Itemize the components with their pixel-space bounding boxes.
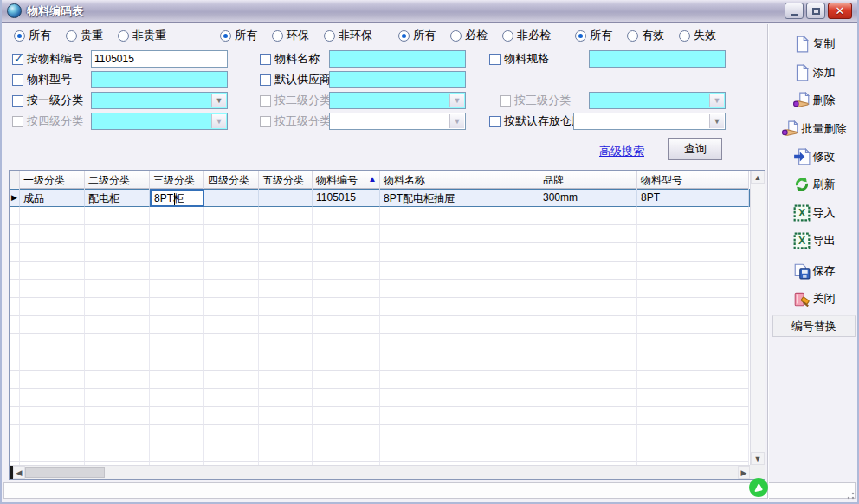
grid-header-marker (10, 171, 20, 189)
material-grid: 一级分类二级分类三级分类四级分类五级分类物料编号▲物料名称品牌物料型号 ▶成品配… (9, 170, 765, 480)
checkbox-material-spec[interactable] (489, 54, 501, 65)
sidebar-button-label: 刷新 (813, 177, 836, 192)
checkbox-default-warehouse[interactable] (489, 116, 501, 127)
radio-label: 环保 (287, 28, 309, 43)
horizontal-scroll-thumb[interactable] (25, 467, 105, 478)
text-caret (174, 193, 175, 205)
empty-cell (637, 407, 749, 425)
sidebar-button-close[interactable]: 关闭 (769, 288, 859, 309)
checkbox-class-level4[interactable] (12, 116, 23, 127)
combo-dropdown-arrow-class-level1[interactable]: ▼ (211, 94, 226, 107)
sidebar-button-copy[interactable]: 复制 (769, 34, 859, 55)
combo-dropdown-arrow-class-level2[interactable]: ▼ (449, 94, 464, 107)
scroll-left-button[interactable]: ◀ (13, 466, 25, 479)
vertical-scrollbar[interactable]: ▲ ▼ (750, 171, 765, 465)
table-row[interactable]: ▶成品配电柜11050158PT配电柜抽屉300mm8PT (10, 189, 750, 207)
grid-header-五级分类[interactable]: 五级分类 (259, 171, 313, 189)
radio-label: 非贵重 (132, 28, 166, 43)
radio-option-environment-1[interactable]: 环保 (272, 28, 309, 43)
empty-cell (539, 407, 637, 425)
empty-cell (539, 352, 637, 371)
grid-header-物料编号[interactable]: 物料编号▲ (313, 171, 380, 189)
radio-option-precious-0[interactable]: 所有 (14, 28, 51, 43)
sidebar-button-save[interactable]: 保存 (769, 261, 859, 281)
empty-cell (539, 316, 637, 334)
checkbox-class-level2[interactable] (260, 95, 271, 107)
checkbox-class-level1[interactable] (12, 95, 23, 107)
checkbox-class-level3[interactable] (500, 95, 511, 107)
empty-cell (539, 298, 637, 316)
grid-header-二级分类[interactable]: 二级分类 (85, 171, 150, 189)
radio-option-precious-1[interactable]: 贵重 (66, 28, 103, 43)
filter-input-class-level3[interactable]: ▼ (589, 92, 726, 109)
sidebar-button-import[interactable]: X导入 (769, 203, 859, 223)
cell-editor[interactable]: 8PT柜 (150, 189, 204, 207)
filter-input-default-supplier[interactable] (329, 71, 466, 88)
filter-label-class-level5: 按五级分类 (260, 113, 331, 130)
sidebar-button-batch-delete[interactable]: 批量删除 (769, 119, 859, 139)
filter-input-default-warehouse[interactable]: ▼ (573, 113, 726, 130)
radio-option-environment-0[interactable]: 所有 (220, 28, 257, 43)
filter-input-material-spec[interactable] (589, 50, 726, 68)
empty-cell (313, 371, 380, 389)
radio-option-inspection-0[interactable]: 所有 (398, 28, 436, 43)
maximize-button[interactable] (806, 3, 825, 19)
radio-option-validity-2[interactable]: 失效 (679, 28, 716, 43)
combo-dropdown-arrow-default-warehouse[interactable]: ▼ (709, 114, 724, 128)
radio-option-validity-0[interactable]: 所有 (575, 28, 612, 43)
filter-input-class-level5[interactable]: ▼ (329, 113, 466, 130)
empty-cell (637, 443, 749, 462)
grid-header-物料名称[interactable]: 物料名称 (380, 171, 539, 189)
radio-label: 失效 (694, 28, 716, 43)
combo-dropdown-arrow-class-level4[interactable]: ▼ (211, 114, 226, 128)
advanced-search-link[interactable]: 高级搜索 (599, 144, 644, 159)
sidebar-button-delete[interactable]: 删除 (769, 90, 859, 111)
filter-input-material-name[interactable] (329, 50, 466, 68)
filter-input-class-level4[interactable]: ▼ (91, 113, 228, 130)
filter-input-material-code[interactable]: 1105015 (91, 50, 228, 68)
filter-input-material-model[interactable] (91, 71, 228, 88)
checkbox-material-code[interactable] (12, 54, 23, 65)
empty-cell (313, 352, 380, 371)
scroll-down-button[interactable]: ▼ (751, 452, 765, 465)
grid-header-一级分类[interactable]: 一级分类 (20, 171, 85, 189)
sidebar-button-refresh[interactable]: 刷新 (769, 174, 859, 195)
filter-input-class-level1[interactable]: ▼ (91, 92, 228, 109)
grid-header-物料型号[interactable]: 物料型号 (637, 171, 749, 189)
query-button[interactable]: 查询 (668, 138, 722, 160)
grid-header-品牌[interactable]: 品牌 (539, 171, 637, 189)
filter-label-material-name: 物料名称 (260, 50, 320, 68)
radio-option-inspection-2[interactable]: 非必检 (502, 28, 551, 43)
empty-cell (259, 407, 313, 425)
scroll-up-button[interactable]: ▲ (751, 171, 765, 184)
radio-option-precious-2[interactable]: 非贵重 (118, 28, 166, 43)
combo-dropdown-arrow-class-level5[interactable]: ▼ (449, 114, 464, 128)
grid-header-四级分类[interactable]: 四级分类 (204, 171, 259, 189)
empty-table-row (10, 352, 750, 371)
replace-code-button[interactable]: 编号替换 (772, 315, 856, 337)
radio-option-environment-2[interactable]: 非环保 (324, 28, 372, 43)
sidebar-button-export[interactable]: X导出 (769, 230, 859, 251)
empty-cell (259, 334, 313, 352)
filter-input-class-level2[interactable]: ▼ (329, 92, 466, 109)
empty-cell (10, 334, 20, 352)
grid-header-三级分类[interactable]: 三级分类 (150, 171, 204, 189)
sidebar-button-add[interactable]: 添加 (769, 62, 859, 83)
empty-cell (539, 262, 637, 280)
refresh-icon (793, 176, 811, 193)
sidebar-button-modify[interactable]: 修改 (769, 146, 859, 167)
checkbox-material-model[interactable] (12, 74, 23, 86)
green-float-icon[interactable] (748, 477, 769, 498)
empty-cell (637, 316, 749, 334)
checkbox-default-supplier[interactable] (260, 74, 271, 86)
minimize-button[interactable] (785, 3, 804, 19)
radio-option-validity-1[interactable]: 有效 (627, 28, 664, 43)
horizontal-scrollbar[interactable]: ◀ ▶ (10, 465, 750, 479)
close-button[interactable]: ✕ (828, 3, 852, 19)
empty-cell (20, 425, 85, 443)
checkbox-class-level5[interactable] (260, 116, 271, 127)
combo-dropdown-arrow-class-level3[interactable]: ▼ (709, 94, 724, 107)
checkbox-material-name[interactable] (260, 54, 271, 65)
radio-option-inspection-1[interactable]: 必检 (450, 28, 488, 43)
sidebar-button-label: 添加 (813, 65, 836, 81)
